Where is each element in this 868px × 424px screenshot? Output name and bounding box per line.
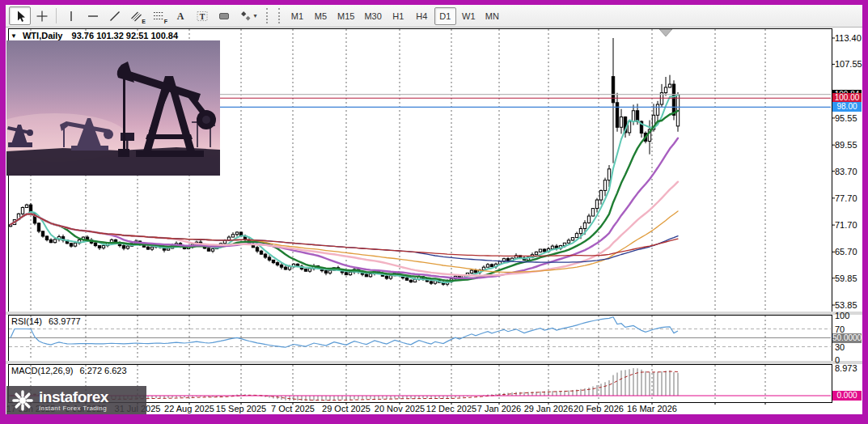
time-axis-label[interactable]: 16 Mar 2026 [627, 404, 677, 413]
candle-bullish [583, 223, 586, 228]
timeframe-m15-button[interactable]: M15 [333, 7, 358, 25]
time-axis-label[interactable]: 20 Nov 2025 [375, 404, 425, 413]
candle-bearish [324, 271, 327, 273]
candle-bearish [385, 276, 387, 278]
time-axis-label[interactable]: 15 Sep 2025 [216, 404, 266, 413]
candle-bearish [506, 259, 509, 261]
rsi-axis-label[interactable]: 30 [835, 342, 845, 352]
rsi-line [11, 317, 678, 348]
arrows-tool-button[interactable]: ▾ [235, 6, 262, 25]
time-axis-label[interactable]: 12 Dec 2025 [426, 404, 476, 413]
logo-text: instaforex [39, 389, 108, 405]
price-axis-label[interactable]: 95.55 [835, 113, 857, 123]
candle-bullish [575, 234, 578, 238]
time-axis-label[interactable]: 29 Jan 2026 [524, 404, 574, 413]
candle-bullish [102, 246, 104, 248]
candle-bearish [304, 269, 307, 271]
macd-name: MACD(12,26,9) [11, 366, 73, 375]
window-border-bottom [0, 414, 868, 424]
candle-bearish [365, 274, 367, 277]
candle-bearish [636, 111, 638, 121]
candle-bearish [256, 248, 258, 251]
candle-bullish [167, 248, 169, 250]
window-border-top [0, 0, 868, 5]
candle-bullish [608, 169, 610, 180]
macd-header: MACD(12,26,9) 6.272 6.623 [11, 366, 127, 375]
time-axis-label[interactable]: 7 Jan 2026 [477, 404, 521, 413]
time-axis-label[interactable]: 7 Oct 2025 [271, 404, 315, 413]
price-axis-label[interactable]: 113.40 [835, 33, 862, 43]
vertical-line-tool-button[interactable] [60, 6, 82, 25]
candle-bullish [567, 240, 569, 243]
text-tool-button[interactable]: A [169, 6, 191, 25]
candle-bullish [587, 216, 590, 223]
candle-bearish [37, 223, 40, 231]
candle-bullish [486, 265, 489, 267]
candle-bearish [207, 248, 210, 251]
price-axis-label[interactable]: 89.55 [835, 140, 857, 150]
candle-bullish [231, 235, 234, 237]
panel-divider-rsi-macd[interactable] [6, 361, 862, 364]
timeframes-group: M1M5M15M30H1H4D1W1MN [286, 7, 503, 25]
candle-bullish [349, 272, 351, 274]
candle-bullish [235, 232, 238, 235]
chart-shift-marker[interactable] [659, 29, 672, 36]
equidistant-channel-tool-button[interactable]: E [125, 6, 147, 25]
candle-bearish [490, 265, 493, 267]
macd-max-label[interactable]: 8.973 [835, 363, 857, 373]
macd-zero-badge: 0.000 [832, 391, 862, 401]
chevron-down-icon[interactable]: ▼ [11, 32, 17, 40]
timeframe-m30-button[interactable]: M30 [360, 7, 385, 25]
dropdown-caret-icon[interactable]: ▾ [253, 12, 256, 19]
price-axis-label[interactable]: 59.85 [835, 273, 857, 283]
oil-pumpjack-photo [6, 40, 220, 176]
price-axis-label[interactable]: 107.55 [835, 59, 862, 69]
price-axis-label[interactable]: 77.70 [835, 193, 857, 203]
trendline-tool-button[interactable] [104, 6, 125, 25]
candle-bearish [280, 265, 282, 267]
toolbar-grip[interactable] [278, 8, 282, 23]
cursor-tool-button[interactable] [9, 6, 31, 25]
timeframe-w1-button[interactable]: W1 [458, 7, 480, 25]
candle-bearish [98, 246, 100, 248]
timeframe-m1-button[interactable]: M1 [286, 7, 308, 25]
candle-bullish [620, 117, 622, 128]
price-axis-label[interactable]: 65.70 [835, 247, 857, 257]
shapes-tool-button[interactable] [213, 6, 235, 25]
toolbar-grip[interactable] [266, 8, 270, 23]
candle-bullish [551, 246, 553, 248]
time-axis-label[interactable]: 20 Feb 2026 [574, 404, 624, 413]
drawing-toolbar: EFAT▾ M1M5M15M30H1H4D1W1MN [6, 5, 862, 28]
timeframe-d1-button[interactable]: D1 [434, 7, 456, 25]
crosshair-tool-button[interactable] [31, 6, 53, 25]
time-axis-label[interactable]: 22 Aug 2025 [164, 404, 214, 413]
candle-bearish [70, 244, 72, 246]
candle-bullish [308, 269, 311, 271]
candle-bearish [268, 257, 270, 260]
timeframe-m5-button[interactable]: M5 [310, 7, 332, 25]
price-axis-label[interactable]: 83.70 [835, 167, 857, 176]
price-axis-label[interactable]: 53.85 [835, 300, 857, 310]
rsi-name: RSI(14) [11, 316, 42, 326]
chart-title[interactable]: ▼ WTI,Daily 93.76 101.32 92.51 100.84 [11, 31, 178, 40]
horizontal-line-tool-button[interactable] [82, 6, 104, 25]
candle-bearish [284, 267, 286, 269]
instaforex-watermark: instaforex Instant Forex Trading [6, 386, 146, 414]
fibonacci-retracement-tool-button[interactable]: F [147, 6, 169, 25]
time-axis-label[interactable]: 29 Oct 2025 [322, 404, 370, 413]
instaforex-gear-icon [11, 389, 34, 412]
price-axis-label[interactable]: 71.70 [835, 220, 857, 230]
timeframe-mn-button[interactable]: MN [481, 7, 503, 25]
rsi-value: 63.9777 [49, 316, 81, 326]
candle-bullish [539, 249, 541, 252]
panel-divider-main-rsi[interactable] [6, 312, 862, 315]
candle-bullish [25, 205, 28, 207]
candle-bullish [571, 238, 574, 240]
candle-bullish [211, 248, 214, 251]
rsi-axis-label[interactable]: 100 [835, 311, 849, 320]
text-label-tool-button[interactable]: T [191, 6, 213, 25]
timeframe-h1-button[interactable]: H1 [387, 7, 409, 25]
level-price-badge: 98.00 [832, 102, 862, 112]
timeframe-h4-button[interactable]: H4 [411, 7, 433, 25]
candle-bullish [668, 84, 671, 87]
